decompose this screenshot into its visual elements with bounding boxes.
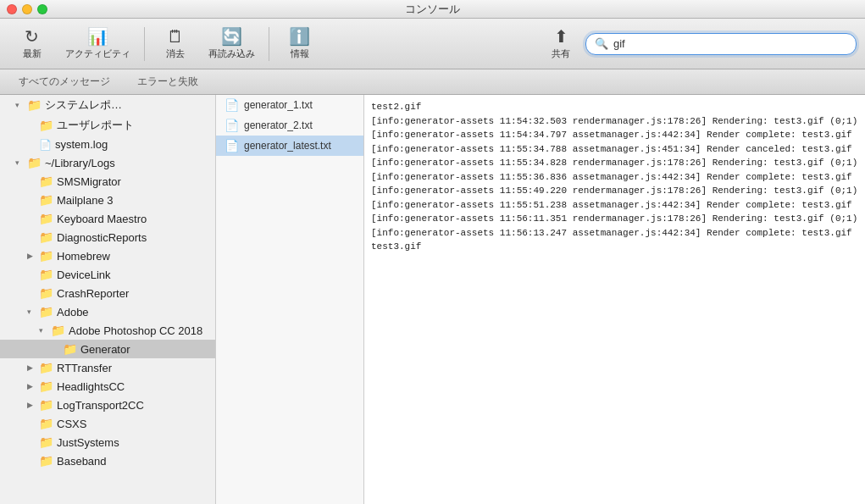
sidebar-item-diagnostic-reports[interactable]: 📁 DiagnosticReports <box>0 228 215 246</box>
folder-icon: 📁 <box>63 342 77 356</box>
sidebar-item-crash-reporter[interactable]: 📁 CrashReporter <box>0 284 215 302</box>
folder-icon: 📁 <box>39 361 53 374</box>
folder-icon: 📁 <box>39 305 53 318</box>
folder-icon: 📁 <box>39 417 53 430</box>
sidebar-item-devicelink[interactable]: 📁 DeviceLink <box>0 265 215 284</box>
main-content: ▾ 📁 システムレポ… 📁 ユーザレポート 📄 system.log ▾ 📁 ~… <box>0 95 865 504</box>
reload-label: 再読み込み <box>208 47 255 60</box>
minimize-button[interactable] <box>22 4 32 14</box>
folder-icon: 📁 <box>39 119 53 132</box>
activity-button[interactable]: 📊 アクティビティ <box>58 22 137 66</box>
close-button[interactable] <box>7 4 17 14</box>
search-bar[interactable]: 🔍 <box>585 33 857 55</box>
log-line: [info:generator-assets 11:55:49.220 rend… <box>371 184 858 198</box>
folder-icon: 📁 <box>39 193 53 207</box>
share-icon: ⬆ <box>554 28 568 45</box>
file-icon: 📄 <box>225 139 239 152</box>
disclosure-icon: ▾ <box>39 326 47 335</box>
folder-icon: 📁 <box>27 98 42 112</box>
file-item-3[interactable]: 📄 generator_latest.txt <box>216 136 363 156</box>
sidebar-item-user-report[interactable]: 📁 ユーザレポート <box>0 115 215 136</box>
refresh-icon: ↻ <box>25 28 39 45</box>
disclosure-icon: ▶ <box>27 382 36 390</box>
refresh-label: 最新 <box>23 47 42 60</box>
activity-label: アクティビティ <box>65 47 130 60</box>
sidebar-item-homebrew[interactable]: ▶ 📁 Homebrew <box>0 246 215 265</box>
title-bar: コンソール <box>0 0 865 19</box>
sidebar: ▾ 📁 システムレポ… 📁 ユーザレポート 📄 system.log ▾ 📁 ~… <box>0 95 216 504</box>
log-line: test2.gif <box>371 100 858 114</box>
sidebar-item-rttransfer[interactable]: ▶ 📁 RTTransfer <box>0 358 215 377</box>
log-line: [info:generator-assets 11:55:51.238 asse… <box>371 198 858 213</box>
sidebar-item-system-log[interactable]: 📄 system.log <box>0 136 215 153</box>
sidebar-item-adobe[interactable]: ▾ 📁 Adobe <box>0 302 215 321</box>
info-button[interactable]: ℹ️ 情報 <box>276 22 323 66</box>
folder-icon: 📁 <box>39 286 53 300</box>
folder-icon: 📁 <box>39 174 53 188</box>
sidebar-item-generator[interactable]: 📁 Generator <box>0 340 215 358</box>
sidebar-item-library-logs[interactable]: ▾ 📁 ~/Library/Logs <box>0 153 215 172</box>
log-line: test3.gif <box>371 240 858 254</box>
disclosure-icon: ▾ <box>15 158 24 167</box>
clear-button[interactable]: 🗒 消去 <box>152 22 198 66</box>
clear-icon: 🗒 <box>167 28 184 45</box>
tab-all-messages[interactable]: すべてのメッセージ <box>8 71 120 92</box>
toolbar-separator-1 <box>144 27 145 61</box>
log-line: [info:generator-assets 11:54:32.503 rend… <box>371 114 858 129</box>
log-line: [info:generator-assets 11:55:34.788 asse… <box>371 142 858 157</box>
log-pane: test2.gif[info:generator-assets 11:54:32… <box>364 95 865 504</box>
share-label: 共有 <box>552 47 570 60</box>
disclosure-icon: ▶ <box>27 401 36 409</box>
sidebar-item-photoshop[interactable]: ▾ 📁 Adobe Photoshop CC 2018 <box>0 321 215 340</box>
activity-icon: 📊 <box>87 28 108 45</box>
toolbar-separator-2 <box>269 27 269 61</box>
file-icon: 📄 <box>225 119 239 132</box>
log-line: [info:generator-assets 11:56:11.351 rend… <box>371 212 858 226</box>
folder-icon: 📁 <box>39 249 53 263</box>
disclosure-icon: ▶ <box>27 363 36 372</box>
log-line: [info:generator-assets 11:55:36.836 asse… <box>371 170 858 185</box>
sidebar-item-mailplane[interactable]: 📁 Mailplane 3 <box>0 191 215 209</box>
folder-icon: 📁 <box>39 212 53 225</box>
log-line: [info:generator-assets 11:54:34.797 asse… <box>371 128 858 142</box>
folder-icon: 📁 <box>39 379 53 393</box>
sidebar-item-system-report[interactable]: ▾ 📁 システムレポ… <box>0 95 215 115</box>
folder-icon: 📁 <box>27 156 42 169</box>
folder-icon: 📁 <box>39 230 53 244</box>
file-icon: 📄 <box>39 139 52 151</box>
log-line: [info:generator-assets 11:56:13.247 asse… <box>371 226 858 241</box>
search-icon: 🔍 <box>595 37 608 50</box>
disclosure-icon: ▶ <box>27 252 36 260</box>
folder-icon: 📁 <box>51 324 65 337</box>
folder-icon: 📁 <box>39 268 53 281</box>
search-input[interactable] <box>613 37 847 50</box>
folder-icon: 📁 <box>39 398 53 412</box>
tab-bar: すべてのメッセージ エラーと失敗 <box>0 69 865 95</box>
sidebar-item-headlights[interactable]: ▶ 📁 HeadlightsCC <box>0 377 215 396</box>
sidebar-item-baseband[interactable]: 📁 Baseband <box>0 451 215 470</box>
disclosure-icon: ▾ <box>27 307 36 316</box>
file-item-2[interactable]: 📄 generator_2.txt <box>216 115 363 136</box>
sidebar-item-keyboard-maestro[interactable]: 📁 Keyboard Maestro <box>0 209 215 228</box>
maximize-button[interactable] <box>37 4 47 14</box>
file-item-1[interactable]: 📄 generator_1.txt <box>216 95 363 115</box>
tab-errors[interactable]: エラーと失敗 <box>127 71 208 92</box>
folder-icon: 📁 <box>39 454 53 468</box>
share-button[interactable]: ⬆ 共有 <box>540 22 582 66</box>
log-line: [info:generator-assets 11:55:34.828 rend… <box>371 156 858 170</box>
sidebar-item-smsmigrator[interactable]: 📁 SMSMigrator <box>0 172 215 191</box>
reload-icon: 🔄 <box>221 28 242 45</box>
sidebar-item-logtransport[interactable]: ▶ 📁 LogTransport2CC <box>0 396 215 414</box>
sidebar-item-justsystems[interactable]: 📁 JustSystems <box>0 433 215 451</box>
window-title: コンソール <box>405 2 460 17</box>
reload-button[interactable]: 🔄 再読み込み <box>202 22 262 66</box>
file-pane: 📄 generator_1.txt 📄 generator_2.txt 📄 ge… <box>216 95 364 504</box>
disclosure-icon: ▾ <box>15 101 24 109</box>
refresh-button[interactable]: ↻ 最新 <box>8 22 55 66</box>
traffic-lights[interactable] <box>7 4 47 14</box>
file-icon: 📄 <box>225 98 239 112</box>
toolbar: ↻ 最新 📊 アクティビティ 🗒 消去 🔄 再読み込み ℹ️ 情報 ⬆ 共有 🔍 <box>0 19 865 69</box>
info-icon: ℹ️ <box>289 28 310 45</box>
sidebar-item-csxs[interactable]: 📁 CSXS <box>0 414 215 433</box>
info-label: 情報 <box>291 47 309 60</box>
